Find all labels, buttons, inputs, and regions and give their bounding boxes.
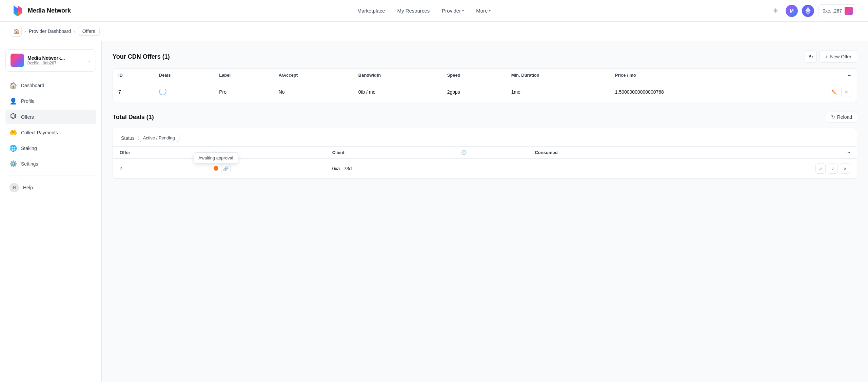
account-name: Media Network... (27, 55, 84, 61)
breadcrumb-offers[interactable]: Offers (78, 27, 100, 36)
col-a-accept: A/Accept (273, 69, 353, 82)
col-id: ID (113, 69, 154, 82)
sidebar-divider (5, 175, 96, 175)
dashboard-icon: 🏠 (9, 82, 17, 89)
deals-table: Offer s Client 🕐 Consumed ··· 7 (113, 146, 857, 178)
sidebar: Media Network... 0xcf9d...0db267 ⌄ 🏠 Das… (0, 41, 102, 382)
awaiting-approval-tooltip: Awaiting approval (193, 152, 238, 164)
reload-label: Reload (837, 114, 852, 120)
deals-section: Status Active / Pending Offer s Client 🕐… (113, 128, 857, 179)
cdn-offers-table-container: ID Deals Label A/Accept Bandwidth Speed … (113, 68, 857, 102)
wallet-avatar (845, 7, 853, 15)
refresh-icon: ↻ (809, 54, 813, 60)
deal-status-cell: Awaiting approval 🔗 (207, 159, 326, 179)
col-speed: Speed (442, 69, 506, 82)
main-nav: Marketplace My Resources Provider ▾ More… (90, 5, 758, 16)
col-deals: Deals (154, 69, 214, 82)
cdn-offers-table-head-row: ID Deals Label A/Accept Bandwidth Speed … (113, 69, 857, 82)
col-offer: Offer (113, 147, 207, 159)
total-deals-title: Total Deals (1) (113, 114, 154, 121)
reject-deal-button[interactable]: ✕ (840, 164, 850, 174)
expand-deal-button[interactable]: ⤢ (815, 164, 826, 174)
eth-logo (805, 7, 811, 15)
offer-label: Pro (214, 82, 273, 102)
col-bandwidth: Bandwidth (353, 69, 442, 82)
deal-row-actions: ⤢ ✓ ✕ (669, 159, 857, 179)
help-icon: H (9, 183, 19, 192)
nav-my-resources[interactable]: My Resources (392, 5, 435, 16)
col-label: Label (214, 69, 273, 82)
deal-client: 0xa...73d (326, 159, 454, 179)
sidebar-item-profile[interactable]: 👤 Profile (5, 94, 96, 108)
sidebar-label-settings: Settings (21, 161, 38, 167)
col-deal-actions: ··· (669, 147, 857, 159)
cdn-offers-actions: ↻ + New Offer (805, 51, 857, 63)
offers-icon (9, 113, 17, 121)
breadcrumb-provider-dashboard[interactable]: Provider Dashboard (29, 28, 71, 34)
cdn-offers-title: Your CDN Offers (1) (113, 53, 170, 60)
sidebar-item-dashboard[interactable]: 🏠 Dashboard (5, 78, 96, 93)
reload-icon: ↻ (831, 114, 835, 120)
new-offer-label: New Offer (830, 54, 851, 59)
sidebar-item-settings[interactable]: ⚙️ Settings (5, 157, 96, 171)
status-filter-area: Status Active / Pending (113, 128, 857, 142)
main-content: Your CDN Offers (1) ↻ + New Offer ID Dea… (102, 41, 868, 382)
cdn-offers-header: Your CDN Offers (1) ↻ + New Offer (113, 51, 857, 63)
wallet-button[interactable]: 0xc...267 (818, 4, 857, 17)
status-filter-badge[interactable]: Active / Pending (138, 134, 180, 142)
plus-icon: + (825, 54, 828, 59)
offer-row-actions: ✏️ ✕ (768, 82, 857, 102)
approve-deal-button[interactable]: ✓ (828, 164, 838, 174)
deal-row: 7 Awaiting approval 🔗 0xa...73d (113, 159, 857, 179)
app-title: Media Network (28, 7, 71, 14)
col-client: Client (326, 147, 454, 159)
breadcrumb-home-button[interactable]: 🏠 (11, 26, 22, 37)
edit-offer-button[interactable]: ✏️ (829, 87, 839, 97)
nav-marketplace[interactable]: Marketplace (352, 5, 391, 16)
cdn-offers-refresh-button[interactable]: ↻ (805, 51, 817, 63)
sun-icon: ✳ (773, 7, 778, 15)
deal-time (454, 159, 528, 179)
reload-button[interactable]: ↻ Reload (826, 112, 857, 122)
settings-icon: ⚙️ (9, 160, 17, 168)
offer-id: 7 (113, 82, 154, 102)
account-card[interactable]: Media Network... 0xcf9d...0db267 ⌄ (5, 49, 96, 72)
sidebar-item-offers[interactable]: Offers (5, 110, 96, 124)
cdn-offers-table: ID Deals Label A/Accept Bandwidth Speed … (113, 69, 857, 102)
col-min-duration: Min. Duration (506, 69, 610, 82)
theme-toggle-button[interactable]: ✳ (769, 5, 782, 17)
nav-more[interactable]: More ▾ (471, 5, 496, 16)
logo-icon (11, 4, 24, 18)
more-chevron-icon: ▾ (489, 9, 491, 13)
new-offer-button[interactable]: + New Offer (820, 51, 857, 63)
header-right: ✳ M 0xc...267 (769, 4, 857, 17)
account-address: 0xcf9d...0db267 (27, 61, 84, 65)
offer-bandwidth: 0tb / mo (353, 82, 442, 102)
sidebar-label-help: Help (23, 185, 33, 190)
ethereum-icon[interactable] (802, 5, 814, 17)
total-deals-header: Total Deals (1) ↻ Reload (113, 112, 857, 122)
deal-consumed (528, 159, 669, 179)
nav-provider[interactable]: Provider ▾ (436, 5, 469, 16)
col-time: 🕐 (454, 147, 528, 159)
logo-area: Media Network (11, 4, 79, 18)
breadcrumb-sep-2: › (74, 28, 75, 34)
main-layout: Media Network... 0xcf9d...0db267 ⌄ 🏠 Das… (0, 41, 868, 382)
sidebar-item-help[interactable]: H Help (5, 179, 96, 196)
sidebar-item-staking[interactable]: 🌐 Staking (5, 141, 96, 155)
staking-icon: 🌐 (9, 145, 17, 152)
sidebar-item-collect-payments[interactable]: 🤲 Collect Payments (5, 126, 96, 140)
deal-link-button[interactable]: 🔗 (221, 164, 231, 173)
offer-price: 1.50000000000000768 (610, 82, 768, 102)
tooltip-wrapper: Awaiting approval (214, 166, 218, 172)
loading-spinner-icon (159, 88, 166, 95)
breadcrumb-sep-1: › (24, 28, 26, 34)
clock-icon: 🕐 (461, 150, 467, 155)
table-row: 7 Pro No 0tb / mo 2gbps 1mo 1.5000000000… (113, 82, 857, 102)
app-header: Media Network Marketplace My Resources P… (0, 0, 868, 22)
sidebar-label-offers: Offers (21, 114, 34, 120)
delete-offer-button[interactable]: ✕ (841, 87, 851, 97)
media-network-avatar[interactable]: M (786, 5, 798, 17)
wallet-address: 0xc...267 (823, 8, 842, 14)
collect-payments-icon: 🤲 (9, 129, 17, 136)
